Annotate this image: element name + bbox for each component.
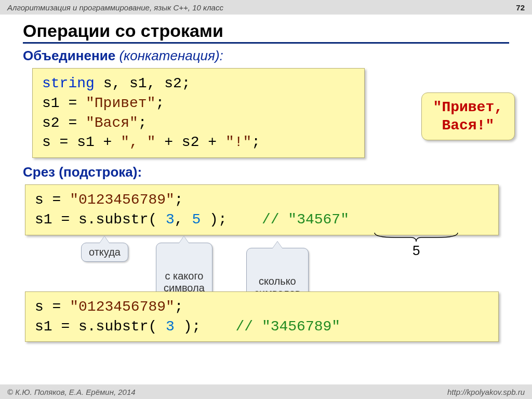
sec1-paren: (конкатенация): [119,48,223,63]
brace-label: 5 [413,243,420,259]
site-url: http://kpolyakov.spb.ru [447,388,525,396]
sec2-label: Срез (подстрока): [23,164,142,180]
callout-from: откуда [81,243,128,262]
code-block-1: string s, s1, s2; s1 = "Привет"; s2 = "В… [32,68,365,158]
course-title: Алгоритмизация и программирование, язык … [7,3,223,12]
copyright: © К.Ю. Поляков, Е.А. Ерёмин, 2014 [7,388,136,396]
slide-title: Операции со строками [23,21,509,44]
sec1-label: Объединение [23,48,115,63]
callout-which-char: с какого символа [156,243,212,298]
code-block-2: s = "0123456789"; s1 = s.substr( 3, 5 );… [25,184,499,235]
footer-bar: © К.Ю. Поляков, Е.А. Ерёмин, 2014 http:/… [0,384,532,399]
page-number: 72 [516,3,525,12]
result-bubble: "Привет,Вася!" [421,92,515,140]
kw-string: string [42,75,95,91]
callouts-row: 5 откуда с какого символа сколько символ… [23,237,509,289]
slide-content: Операции со строками Объединение (конкат… [0,15,532,342]
header-bar: Алгоритмизация и программирование, язык … [0,0,532,15]
section1-heading: Объединение (конкатенация): [23,48,509,64]
code-block-3: s = "0123456789"; s1 = s.substr( 3 ); //… [25,291,499,342]
section2-heading: Срез (подстрока): [23,164,509,180]
